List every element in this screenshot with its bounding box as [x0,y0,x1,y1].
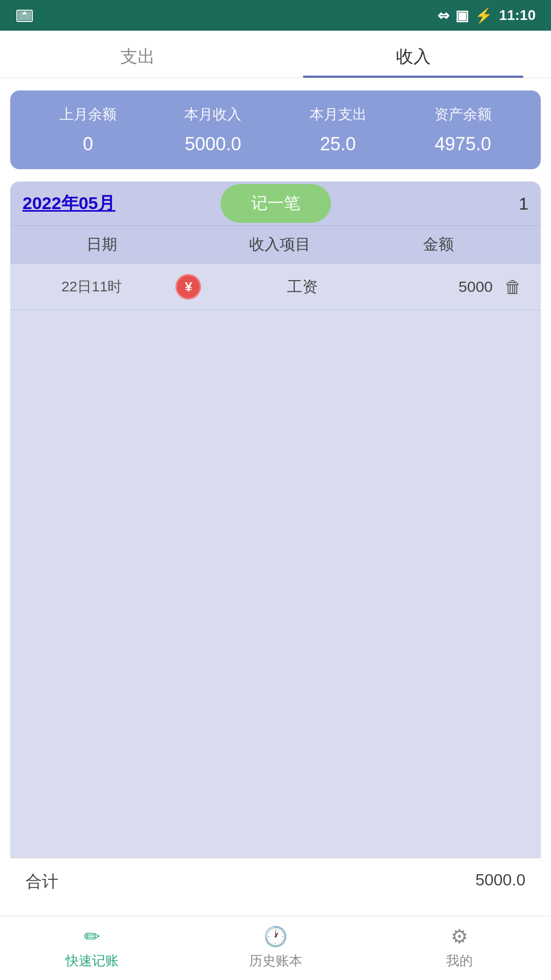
total-row: 合计 5000.0 [10,858,541,905]
th-date: 日期 [23,234,181,255]
tabs-container: 支出 收入 [0,31,551,78]
card-count: 1 [519,194,528,214]
battery-icon: ⚡ [475,7,493,24]
main-card: 2022年05月 记一笔 1 日期 收入项目 金额 22日11时 ¥ 工资 50… [10,181,541,905]
table-row: 22日11时 ¥ 工资 5000 🗑 [10,264,541,310]
mine-icon: ⚙ [451,925,468,948]
status-bar: ⇔ ▣ ⚡ 11:10 [0,0,551,31]
th-item: 收入项目 [181,234,379,255]
delete-button[interactable]: 🗑 [498,277,528,297]
table-header: 日期 收入项目 金额 [10,225,541,263]
th-action [498,234,528,255]
tab-expense[interactable]: 支出 [0,31,276,78]
signal-icon: ⇔ [437,7,449,24]
mine-label: 我的 [446,952,473,970]
th-amount: 金额 [379,234,498,255]
row-icon-container: ¥ [161,274,216,300]
time-display: 11:10 [499,7,536,24]
total-value: 5000.0 [475,871,525,893]
total-label: 合计 [26,871,58,893]
summary-month-expense: 本月支出 25.0 [276,105,401,155]
history-label: 历史账本 [249,952,302,970]
status-bar-left [15,6,34,25]
summary-month-income: 本月收入 5000.0 [150,105,275,155]
summary-card: 上月余额 0 本月收入 5000.0 本月支出 25.0 资产余额 4975.0 [10,90,541,169]
quick-label: 快速记账 [65,952,119,970]
yuan-icon: ¥ [175,274,201,300]
summary-last-month: 上月余额 0 [26,105,150,155]
quick-icon: ✏ [84,925,100,948]
nav-item-quick[interactable]: ✏ 快速记账 [0,925,184,970]
table-body: 22日11时 ¥ 工资 5000 🗑 [10,263,541,858]
history-icon: 🕐 [263,925,288,948]
trash-icon: 🗑 [504,277,522,297]
nav-item-mine[interactable]: ⚙ 我的 [367,925,551,970]
row-amount: 5000 [389,278,498,295]
summary-asset-balance: 资产余额 4975.0 [401,105,525,155]
card-month[interactable]: 2022年05月 [23,192,115,215]
sim-icon: ▣ [455,7,469,24]
row-item: 工资 [216,277,389,298]
row-date: 22日11时 [23,277,161,297]
status-bar-right: ⇔ ▣ ⚡ 11:10 [437,7,536,24]
card-header: 2022年05月 记一笔 1 [10,181,541,225]
tab-income[interactable]: 收入 [276,31,552,78]
bottom-nav: ✏ 快速记账 🕐 历史账本 ⚙ 我的 [0,916,551,980]
record-button[interactable]: 记一笔 [221,184,331,223]
nav-item-history[interactable]: 🕐 历史账本 [184,925,367,970]
